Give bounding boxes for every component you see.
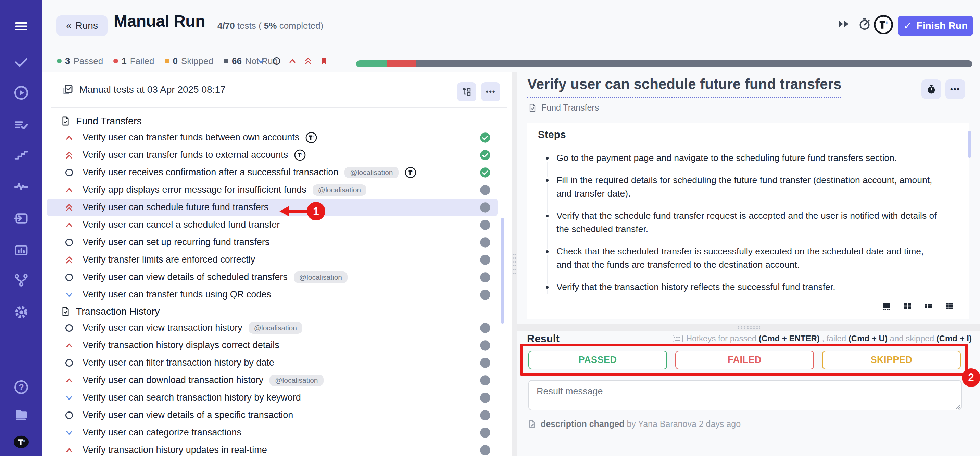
- status-passed-icon: [480, 132, 491, 143]
- hotkey-failed: (Cmd + U): [848, 334, 888, 343]
- test-row[interactable]: Verify user can transfer funds between o…: [47, 129, 498, 146]
- test-row[interactable]: Verify user can categorize transactions: [47, 424, 498, 441]
- filter-bookmark-icon[interactable]: [319, 56, 329, 66]
- test-row[interactable]: Verify transaction history displays corr…: [47, 337, 498, 354]
- priority-high-icon: [64, 375, 74, 386]
- hotkeys-text: Hotkeys for passed: [686, 334, 759, 343]
- run-play-icon[interactable]: [13, 84, 29, 101]
- single-view-icon[interactable]: [881, 301, 891, 311]
- priority-critical-icon: [64, 202, 74, 213]
- back-to-runs-button[interactable]: «Runs: [57, 16, 108, 36]
- test-row[interactable]: Verify user can transfer funds to extern…: [47, 146, 498, 164]
- test-row[interactable]: Verify app displays error message for in…: [47, 181, 498, 199]
- test-plans-icon[interactable]: [13, 117, 29, 133]
- test-row[interactable]: Verify user can view details of a specif…: [47, 406, 498, 424]
- steps-scrollbar-thumb[interactable]: [968, 131, 971, 158]
- test-row[interactable]: Verify user can schedule future fund tra…: [47, 199, 498, 216]
- notrun-dot-icon: [224, 59, 228, 64]
- test-title: Verify user can transfer funds to extern…: [83, 149, 288, 160]
- steps-icon[interactable]: [13, 147, 29, 163]
- test-detail-title[interactable]: Verify user can schedule future fund tra…: [527, 76, 841, 98]
- priority-normal-icon: [64, 237, 74, 248]
- test-row[interactable]: Verify user can set up recurring fund tr…: [47, 234, 498, 251]
- fast-forward-icon[interactable]: [838, 20, 850, 30]
- results-check-icon[interactable]: [13, 54, 29, 70]
- detail-more-options-button[interactable]: •••: [945, 79, 965, 99]
- app-logo-icon[interactable]: [13, 434, 29, 450]
- list-view-icon[interactable]: [945, 301, 955, 311]
- mark-skipped-button[interactable]: SKIPPED: [822, 351, 961, 369]
- test-row[interactable]: Verify transfer limits are enforced corr…: [47, 251, 498, 269]
- import-icon[interactable]: [13, 210, 29, 227]
- back-label: Runs: [76, 20, 98, 31]
- list-scrollbar-thumb[interactable]: [501, 218, 504, 324]
- drag-dots-icon: [738, 326, 760, 329]
- priority-normal-icon: [64, 323, 74, 333]
- priority-low-icon: [64, 427, 74, 438]
- projects-folder-icon[interactable]: [13, 406, 29, 423]
- settings-gear-icon[interactable]: [13, 304, 29, 321]
- steps-heading: Steps: [538, 129, 566, 140]
- test-title: Verify user can search transaction histo…: [83, 392, 301, 403]
- finish-run-button[interactable]: ✓Finish Run: [898, 16, 973, 36]
- timer-button[interactable]: [921, 79, 941, 99]
- grid-3x2-view-icon[interactable]: [923, 301, 934, 311]
- priority-normal-icon: [64, 410, 74, 420]
- suite-breadcrumb[interactable]: Fund Transfers: [528, 103, 599, 113]
- filter-high-priority-icon[interactable]: [288, 56, 297, 66]
- steps-result-resize-handle[interactable]: [517, 324, 980, 331]
- finish-run-label: Finish Run: [916, 20, 968, 32]
- test-row[interactable]: Verify user can cancel a scheduled fund …: [47, 216, 498, 234]
- priority-critical-icon: [64, 255, 74, 265]
- filter-low-priority-icon[interactable]: [256, 56, 266, 66]
- progress-passed-segment: [356, 60, 387, 67]
- activity-action: description changed: [541, 419, 624, 429]
- test-row[interactable]: Verify user can transfer funds using QR …: [47, 286, 498, 303]
- testomat-logo-icon[interactable]: [874, 15, 893, 34]
- menu-icon[interactable]: [13, 18, 29, 35]
- reports-icon[interactable]: [13, 242, 29, 259]
- keyboard-icon: [673, 335, 683, 342]
- result-message-input[interactable]: [528, 380, 961, 410]
- grid-2x2-view-icon[interactable]: [902, 301, 913, 311]
- step-item: Verify that the transaction history refl…: [543, 280, 940, 294]
- list-more-options-button[interactable]: •••: [481, 82, 500, 101]
- tag-pill: @localisation: [248, 322, 302, 334]
- group-by-suite-button[interactable]: [457, 82, 476, 101]
- test-row[interactable]: Verify user can filter transaction histo…: [47, 354, 498, 372]
- test-row[interactable]: Verify user can download transaction his…: [47, 372, 498, 389]
- panel-resize-handle[interactable]: [512, 72, 517, 456]
- suite-header[interactable]: Fund Transfers: [43, 113, 512, 129]
- test-row[interactable]: Verify user can search transaction histo…: [47, 389, 498, 406]
- test-row[interactable]: Verify user can view transaction history…: [47, 319, 498, 337]
- suite-header[interactable]: Transaction History: [43, 303, 512, 319]
- status-notrun-icon: [480, 392, 491, 403]
- branches-icon[interactable]: [13, 272, 29, 288]
- hotkeys-hint: Hotkeys for passed (Cmd + ENTER) , faile…: [673, 334, 972, 343]
- priority-high-icon: [64, 220, 74, 230]
- status-notrun-icon: [480, 184, 491, 195]
- activity-meta: by Yana Baranova 2 days ago: [624, 419, 741, 429]
- mark-passed-button[interactable]: PASSED: [528, 351, 667, 369]
- status-notrun-icon: [480, 445, 491, 456]
- annotation-badge-2: 2: [962, 369, 980, 387]
- priority-high-icon: [64, 340, 74, 351]
- failed-dot-icon: [113, 59, 118, 64]
- filter-normal-priority-icon[interactable]: [272, 56, 282, 66]
- sidebar: ?: [0, 0, 43, 456]
- mark-failed-button[interactable]: FAILED: [675, 351, 814, 369]
- status-notrun-icon: [480, 323, 491, 334]
- percent-completed: 5%: [264, 21, 277, 31]
- suite-doc-icon: [60, 116, 71, 126]
- test-row[interactable]: Verify transaction history updates in re…: [47, 441, 498, 456]
- filter-critical-priority-icon[interactable]: [303, 56, 313, 66]
- analytics-pulse-icon[interactable]: [13, 178, 29, 194]
- timer-icon[interactable]: [858, 17, 872, 31]
- test-row[interactable]: Verify user receives confirmation after …: [47, 164, 498, 181]
- help-icon[interactable]: ?: [13, 379, 29, 396]
- status-notrun-icon: [480, 202, 491, 213]
- test-row[interactable]: Verify user can view details of schedule…: [47, 269, 498, 286]
- steps-card: Steps Go to the payment page and navigat…: [527, 122, 969, 319]
- test-title: Verify user can transfer funds using QR …: [83, 289, 271, 300]
- skipped-count: 0: [173, 56, 178, 67]
